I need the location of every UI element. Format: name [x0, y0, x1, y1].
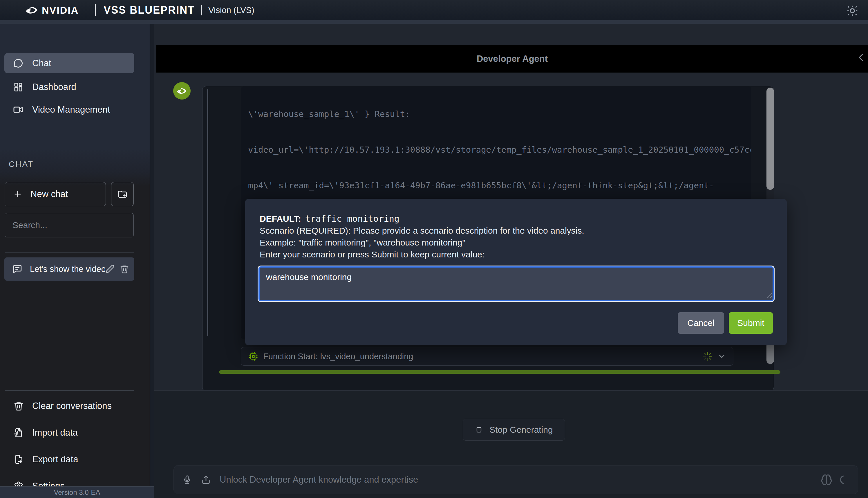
function-status-row[interactable]: Function Start: lvs_video_understanding [241, 347, 733, 366]
navbar-divider-2 [201, 5, 202, 15]
sidebar-item-label: Video Management [32, 104, 110, 115]
search-input[interactable] [5, 213, 134, 237]
import-data-button[interactable]: Import data [4, 422, 134, 443]
new-chat-label: New chat [30, 189, 68, 199]
mode-label: Vision (LVS) [208, 5, 254, 15]
top-navbar: NVIDIA VSS BLUEPRINT Vision (LVS) [0, 0, 868, 20]
edit-pencil-icon[interactable] [105, 264, 115, 274]
assistant-nvidia-avatar [173, 82, 191, 100]
stop-square-icon [475, 426, 483, 434]
default-value: traffic monitoring [305, 213, 400, 224]
chevron-down-icon[interactable] [718, 352, 726, 361]
nvidia-eye-icon [26, 6, 38, 14]
sidebar: Chat Dashboard Video Management CHAT New… [0, 24, 150, 486]
scenario-dialog: DEFAULT:traffic monitoring Scenario (REQ… [245, 199, 787, 345]
chevron-left-icon[interactable] [856, 52, 866, 63]
default-line: DEFAULT:traffic monitoring [259, 213, 584, 225]
example-line: Example: "traffic monitoring", "warehous… [259, 237, 584, 248]
blockquote-bar [207, 89, 208, 336]
submit-button[interactable]: Submit [729, 312, 773, 334]
scenario-required-line: Scenario (REQUIRED): Please provide a sc… [259, 225, 584, 237]
code-line: \'warehouse_sample_1\' } Result: [248, 108, 751, 120]
conversation-item[interactable]: Let's show the videos... [4, 258, 134, 280]
sidebar-item-video-management[interactable]: Video Management [4, 100, 134, 120]
action-label: Export data [32, 454, 78, 464]
new-folder-button[interactable] [111, 182, 134, 206]
agent-header-bar: Developer Agent [156, 45, 868, 73]
message-lines-icon [12, 264, 22, 274]
code-line: mp4\' stream_id=\'93e31cf1-a164-49b7-86a… [248, 180, 751, 192]
prompt-line: Enter your scenario or press Submit to k… [259, 248, 584, 260]
microphone-icon[interactable] [183, 475, 192, 484]
upload-icon[interactable] [201, 475, 211, 485]
version-label: Version 3.0-EA [54, 488, 100, 497]
chat-bubble-icon [13, 58, 24, 68]
sidebar-divider [5, 390, 134, 391]
sidebar-item-dashboard[interactable]: Dashboard [4, 77, 134, 97]
scrollbar-thumb[interactable] [766, 88, 774, 190]
chat-section-title: CHAT [9, 160, 34, 169]
file-import-icon [14, 428, 24, 438]
page-title: Developer Agent [477, 54, 548, 64]
folder-plus-icon [117, 189, 128, 199]
chip-cpu-icon [249, 352, 258, 361]
message-input[interactable] [219, 474, 821, 485]
delete-trash-icon[interactable] [120, 264, 129, 274]
export-data-button[interactable]: Export data [4, 449, 134, 470]
dashboard-grid-icon [13, 82, 24, 92]
plus-icon [13, 189, 22, 199]
video-camera-icon [13, 104, 24, 115]
sidebar-item-label: Dashboard [32, 82, 76, 92]
sidebar-item-label: Chat [32, 58, 51, 68]
sidebar-gutter [150, 24, 154, 486]
conversation-title: Let's show the videos... [30, 264, 105, 274]
cancel-button[interactable]: Cancel [678, 312, 724, 334]
generation-progress-bar [219, 370, 780, 374]
nvidia-wordmark: NVIDIA [42, 5, 79, 16]
sidebar-divider [5, 252, 134, 253]
product-title: VSS BLUEPRINT [104, 4, 195, 16]
file-export-icon [14, 455, 24, 464]
version-footer: Version 3.0-EA [0, 486, 154, 498]
sidebar-item-chat[interactable]: Chat [4, 53, 134, 73]
default-label: DEFAULT: [259, 214, 301, 223]
action-label: Import data [32, 428, 78, 438]
trash-icon [14, 401, 24, 411]
dialog-text: DEFAULT:traffic monitoring Scenario (REQ… [259, 213, 584, 260]
theme-sun-icon[interactable] [845, 4, 860, 17]
brain-icon[interactable] [821, 474, 832, 486]
navbar-divider [95, 4, 96, 16]
action-label: Clear conversations [32, 401, 112, 411]
clear-conversations-button[interactable]: Clear conversations [4, 395, 134, 417]
code-line: video_url=\'http://10.57.193.1:30888/vst… [248, 144, 751, 156]
new-chat-button[interactable]: New chat [5, 182, 106, 206]
spinner-icon [702, 351, 713, 362]
loading-arc-icon [839, 474, 850, 485]
stop-generating-button[interactable]: Stop Generating [463, 419, 565, 441]
navbar-shadow-band [0, 20, 868, 24]
stop-generating-label: Stop Generating [490, 425, 553, 435]
scenario-textarea[interactable]: warehouse monitoring [258, 266, 774, 301]
chat-input-bar [173, 465, 858, 494]
function-status-label: Function Start: lvs_video_understanding [263, 352, 702, 361]
